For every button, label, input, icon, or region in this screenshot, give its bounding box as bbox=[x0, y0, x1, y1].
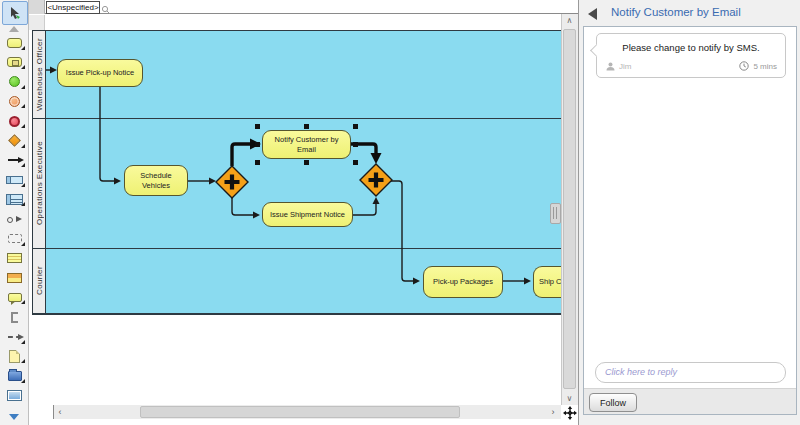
comment-text: Please change to notify by SMS. bbox=[597, 42, 785, 53]
reply-box bbox=[595, 361, 786, 382]
gateway-1[interactable] bbox=[216, 166, 248, 198]
application-window: <Unspecified> Warehouse Officer Operatio… bbox=[0, 0, 800, 425]
panel-back-icon[interactable] bbox=[588, 8, 597, 20]
follow-button[interactable]: Follow bbox=[589, 393, 637, 412]
panel-body bbox=[583, 26, 797, 415]
scroll-left-arrow-icon[interactable]: ‹ bbox=[54, 405, 66, 419]
selection-handle[interactable] bbox=[353, 124, 358, 129]
sequence-flows[interactable] bbox=[46, 70, 524, 281]
flow-pickup-to-schedule bbox=[100, 87, 114, 181]
task-schedule-vehicles[interactable]: Schedule Vehicles bbox=[124, 165, 188, 196]
flow-gateway1-to-notify-selected bbox=[232, 144, 250, 166]
clock-icon bbox=[739, 61, 749, 71]
selection-handle[interactable] bbox=[255, 142, 260, 147]
flow-gateway1-to-shipment bbox=[232, 197, 253, 215]
canvas-edge-grip[interactable] bbox=[550, 203, 561, 224]
scroll-up-arrow-icon[interactable]: ∧ bbox=[561, 14, 578, 27]
vertical-scrollbar-thumb[interactable] bbox=[563, 29, 576, 389]
gateway-2[interactable] bbox=[360, 164, 392, 196]
comment-meta: Jim 5 mins bbox=[606, 61, 777, 71]
scroll-down-arrow-icon[interactable]: ∨ bbox=[561, 392, 578, 405]
reply-input[interactable] bbox=[595, 362, 786, 383]
comment-bubble: Please change to notify by SMS. Jim 5 mi… bbox=[596, 33, 786, 78]
selection-handle[interactable] bbox=[304, 160, 309, 165]
selection-handle[interactable] bbox=[353, 142, 358, 147]
task-notify-customer-by-email[interactable]: Notify Customer by Email bbox=[262, 130, 351, 159]
comment-author: Jim bbox=[619, 62, 631, 71]
horizontal-scrollbar-thumb[interactable] bbox=[140, 406, 460, 418]
selection-handle[interactable] bbox=[353, 160, 358, 165]
flow-gateway2-to-pickup-packages bbox=[391, 181, 413, 281]
selection-handle[interactable] bbox=[255, 160, 260, 165]
panel-title: Notify Customer by Email bbox=[611, 6, 741, 18]
task-issue-shipment-notice[interactable]: Issue Shipment Notice bbox=[262, 202, 353, 227]
comment-time: 5 mins bbox=[753, 62, 777, 71]
flow-shipment-to-gateway2 bbox=[353, 204, 376, 215]
task-ship-clipped[interactable]: Ship C bbox=[533, 266, 561, 298]
pan-corner[interactable] bbox=[561, 405, 578, 420]
selection-handle[interactable] bbox=[304, 124, 309, 129]
task-issue-pickup-notice[interactable]: Issue Pick-up Notice bbox=[57, 59, 143, 87]
selection-handle[interactable] bbox=[255, 124, 260, 129]
arrowheads bbox=[50, 67, 531, 285]
task-pickup-packages[interactable]: Pick-up Packages bbox=[423, 266, 503, 298]
scroll-right-arrow-icon[interactable]: › bbox=[547, 405, 559, 419]
pan-move-icon bbox=[563, 406, 577, 420]
user-icon bbox=[606, 62, 615, 71]
